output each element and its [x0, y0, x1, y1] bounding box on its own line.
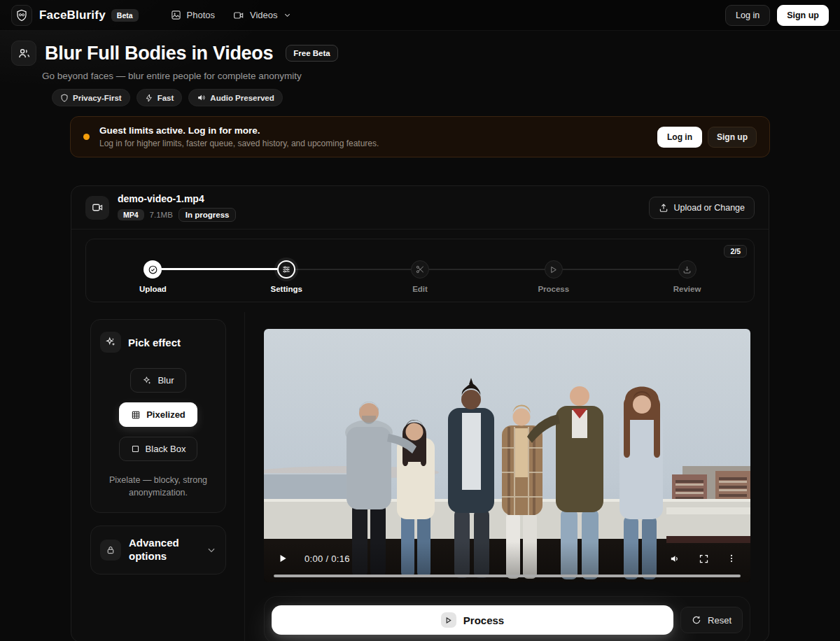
badge-fast: Fast: [136, 89, 183, 106]
advanced-options-label: Advanced options: [129, 537, 196, 563]
step-label: Edit: [412, 285, 428, 293]
brand-logo[interactable]: [11, 5, 32, 26]
top-nav: FaceBlurify Beta Photos Videos Log in Si…: [0, 0, 840, 31]
steps-progress: 2/5 Upload Settings Edit: [85, 239, 755, 302]
effect-blur-button[interactable]: Blur: [130, 368, 186, 393]
video-progress-bar[interactable]: [274, 575, 741, 577]
free-beta-badge: Free Beta: [286, 45, 337, 62]
badge-label: Privacy-First: [73, 94, 122, 102]
refresh-icon: [692, 615, 701, 625]
shield-glasses-icon: [15, 9, 28, 22]
badge-audio-preserved: Audio Preserved: [188, 89, 282, 106]
step-label: Process: [538, 285, 569, 293]
play-button[interactable]: [278, 554, 288, 563]
guest-limits-banner: Guest limits active. Log in for more. Lo…: [70, 116, 770, 157]
banner-signup-button[interactable]: Sign up: [708, 127, 757, 148]
video-camera-icon: [233, 10, 244, 21]
chevron-down-icon: [284, 11, 291, 19]
badge-label: Audio Preserved: [210, 94, 274, 102]
badge-privacy-first: Privacy-First: [52, 89, 130, 106]
banner-title: Guest limits active. Log in for more.: [99, 125, 379, 136]
step-label: Upload: [139, 285, 167, 293]
nav-item-videos[interactable]: Videos: [233, 10, 291, 21]
overflow-menu-icon[interactable]: [727, 554, 736, 563]
effect-label: Blur: [158, 375, 174, 386]
reset-button-label: Reset: [708, 615, 732, 626]
process-button-label: Process: [463, 614, 504, 626]
page-subtitle: Go beyond faces — blur entire people for…: [42, 71, 829, 81]
step-upload[interactable]: Upload: [86, 260, 220, 293]
advanced-options-toggle[interactable]: Advanced options: [90, 526, 226, 575]
shield-icon: [60, 94, 69, 102]
square-icon: [131, 444, 140, 453]
format-badge: MP4: [118, 209, 144, 220]
sliders-icon: [281, 265, 291, 274]
video-timestamp: 0:00 / 0:16: [304, 554, 350, 564]
step-process[interactable]: Process: [486, 260, 620, 293]
page-title: Blur Full Bodies in Videos: [45, 43, 273, 64]
blur-sparkle-icon: [142, 376, 152, 386]
brand-name: FaceBlurify: [39, 8, 106, 22]
upload-button-label: Upload or Change: [674, 203, 745, 213]
banner-subtitle: Log in for higher limits, faster queue, …: [99, 139, 379, 148]
status-badge: In progress: [178, 208, 237, 222]
panel-title: Pick effect: [128, 337, 181, 348]
effect-label: Pixelized: [146, 409, 186, 420]
step-label: Settings: [271, 285, 302, 293]
volume-icon[interactable]: [669, 553, 681, 565]
video-player[interactable]: 0:00 / 0:16: [264, 329, 750, 582]
play-icon: [441, 612, 456, 628]
step-label: Review: [673, 285, 701, 293]
download-icon: [682, 265, 692, 274]
effect-black-box-button[interactable]: Black Box: [119, 437, 198, 461]
upload-icon: [659, 203, 668, 213]
banner-login-button[interactable]: Log in: [657, 127, 702, 148]
effect-caption: Pixelate — blocky, strong anonymization.: [100, 474, 216, 499]
photos-icon: [171, 10, 181, 20]
actions-bar: Process Reset: [264, 596, 750, 641]
bolt-icon: [145, 94, 153, 102]
reset-button[interactable]: Reset: [680, 607, 743, 633]
sparkles-icon: [100, 332, 121, 353]
pick-effect-panel: Pick effect Blur Pixelized Black Box: [90, 319, 226, 513]
workflow-card: demo-video-1.mp4 MP4 7.1MB In progress U…: [71, 185, 769, 641]
speaker-icon: [197, 93, 206, 102]
nav-item-photos[interactable]: Photos: [171, 10, 215, 20]
nav-item-label: Photos: [187, 10, 215, 20]
step-counter-badge: 2/5: [724, 245, 747, 258]
status-dot-icon: [83, 134, 90, 140]
step-edit[interactable]: Edit: [354, 260, 487, 293]
video-file-icon: [85, 196, 109, 220]
effect-label: Black Box: [146, 444, 186, 454]
upload-or-change-button[interactable]: Upload or Change: [649, 197, 755, 219]
preview-column: 0:00 / 0:16: [245, 312, 769, 641]
file-header: demo-video-1.mp4 MP4 7.1MB In progress U…: [71, 186, 769, 230]
nav-item-label: Videos: [250, 10, 278, 20]
fullscreen-icon[interactable]: [699, 554, 709, 564]
play-outline-icon: [549, 265, 558, 274]
chevron-down-icon: [206, 545, 216, 555]
check-circle-icon: [148, 265, 158, 275]
login-button[interactable]: Log in: [725, 5, 770, 26]
file-name: demo-video-1.mp4: [118, 193, 236, 204]
signup-button[interactable]: Sign up: [777, 5, 829, 26]
nav-beta-badge: Beta: [111, 9, 139, 22]
lock-icon: [100, 540, 121, 561]
effect-pixelized-button[interactable]: Pixelized: [119, 402, 197, 427]
people-icon: [11, 41, 36, 66]
page-header: Blur Full Bodies in Videos Free Beta Go …: [0, 31, 840, 106]
file-size: 7.1MB: [150, 211, 173, 219]
process-button[interactable]: Process: [272, 605, 673, 635]
step-review[interactable]: Review: [620, 260, 754, 293]
step-settings[interactable]: Settings: [220, 260, 354, 293]
badge-label: Fast: [158, 94, 174, 102]
grid-icon: [131, 410, 141, 420]
settings-sidebar: Pick effect Blur Pixelized Black Box: [71, 312, 245, 641]
scissors-icon: [415, 265, 425, 274]
